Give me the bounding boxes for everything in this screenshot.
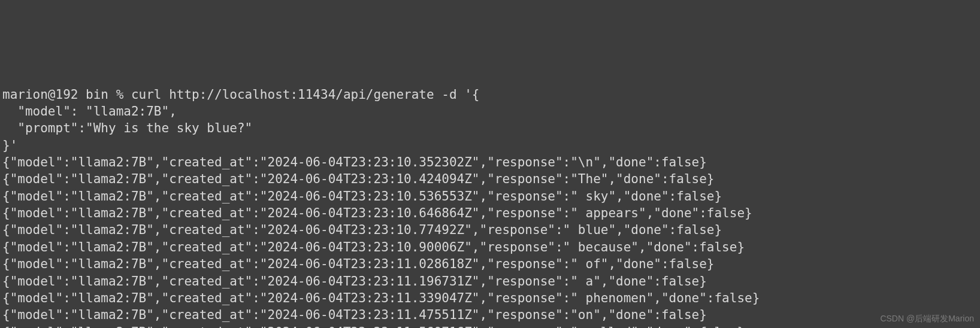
response-line: {"model":"llama2:7B","created_at":"2024-… [2, 325, 745, 328]
response-line: {"model":"llama2:7B","created_at":"2024-… [2, 172, 714, 186]
response-line: {"model":"llama2:7B","created_at":"2024-… [2, 223, 722, 237]
response-line: {"model":"llama2:7B","created_at":"2024-… [2, 206, 752, 220]
request-body-line: "model": "llama2:7B", [2, 104, 177, 119]
response-line: {"model":"llama2:7B","created_at":"2024-… [2, 240, 745, 254]
response-line: {"model":"llama2:7B","created_at":"2024-… [2, 155, 707, 169]
request-body-line: "prompt":"Why is the sky blue?" [2, 121, 252, 135]
response-line: {"model":"llama2:7B","created_at":"2024-… [2, 308, 707, 322]
response-line: {"model":"llama2:7B","created_at":"2024-… [2, 291, 760, 305]
prompt-line: marion@192 bin % curl http://localhost:1… [2, 87, 480, 102]
response-line: {"model":"llama2:7B","created_at":"2024-… [2, 257, 714, 271]
terminal-output[interactable]: marion@192 bin % curl http://localhost:1… [2, 69, 978, 328]
response-line: {"model":"llama2:7B","created_at":"2024-… [2, 274, 707, 288]
watermark-text: CSDN @后端研发Marion [880, 313, 974, 324]
request-body-line: }' [2, 138, 17, 153]
response-line: {"model":"llama2:7B","created_at":"2024-… [2, 189, 722, 204]
